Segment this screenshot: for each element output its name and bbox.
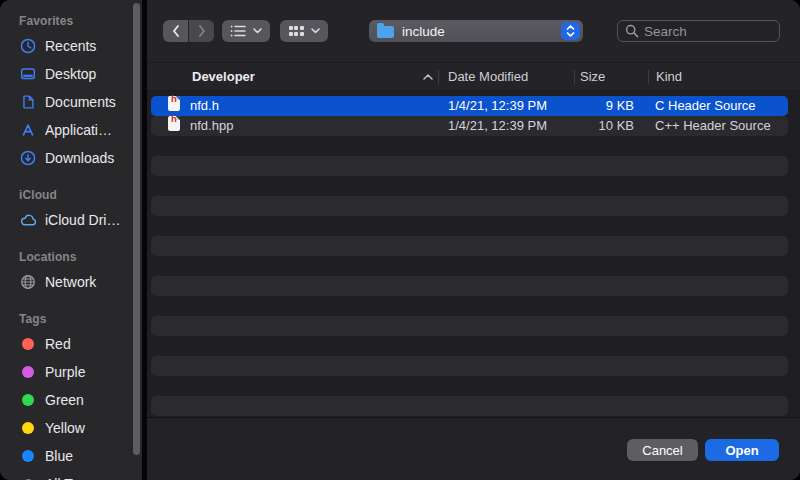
file-row-nfd-hpp[interactable]: h nfd.hpp 1/4/21, 12:39 PM 10 KB C++ Hea… (151, 116, 788, 136)
file-kind: C++ Header Source (655, 116, 771, 136)
empty-row (151, 296, 788, 316)
back-button[interactable] (163, 20, 188, 42)
sidebar-item-tag-blue[interactable]: Blue (0, 442, 142, 470)
desktop-icon (18, 64, 38, 84)
empty-row (151, 156, 788, 176)
tag-dot-icon (18, 362, 38, 382)
table-header: Developer Date Modified Size Kind (147, 62, 800, 91)
globe-icon (18, 272, 38, 292)
column-separator (574, 70, 575, 84)
sidebar-item-tag-green[interactable]: Green (0, 386, 142, 414)
empty-row (151, 336, 788, 356)
sidebar-section-icloud: iCloud (0, 188, 142, 206)
empty-row (151, 356, 788, 376)
tag-dot-icon (18, 390, 38, 410)
sidebar-item-label: Desktop (45, 66, 96, 82)
download-circle-icon (18, 148, 38, 168)
sidebar-item-applications[interactable]: Applicati… (0, 116, 142, 144)
document-icon (18, 92, 38, 112)
sidebar-item-label: Purple (45, 364, 85, 380)
sidebar-item-label: Blue (45, 448, 73, 464)
sidebar-item-documents[interactable]: Documents (0, 88, 142, 116)
folder-icon (377, 26, 394, 38)
empty-row (151, 256, 788, 276)
column-header-kind[interactable]: Kind (656, 63, 682, 90)
sidebar-scrollbar[interactable] (133, 3, 140, 455)
file-size: 10 KB (541, 116, 634, 136)
file-list: h nfd.h 1/4/21, 12:39 PM 9 KB C Header S… (147, 91, 800, 417)
sidebar: Favorites Recents Desktop Documents (0, 0, 142, 480)
stepper-chevrons-icon (561, 22, 580, 40)
chevron-left-icon (172, 25, 180, 37)
file-date-modified: 1/4/21, 12:39 PM (448, 96, 547, 116)
empty-row (151, 176, 788, 196)
list-view-button[interactable] (222, 20, 270, 42)
sidebar-item-icloud-drive[interactable]: iCloud Dri… (0, 206, 142, 234)
sidebar-item-recents[interactable]: Recents (0, 32, 142, 60)
sidebar-item-network[interactable]: Network (0, 268, 142, 296)
search-icon (625, 24, 639, 38)
search-field (617, 20, 780, 42)
appstore-icon (18, 120, 38, 140)
empty-row (151, 236, 788, 256)
file-name: nfd.hpp (190, 116, 233, 136)
empty-row (151, 396, 788, 416)
file-kind: C Header Source (655, 96, 755, 116)
empty-row (151, 276, 788, 296)
dialog-footer: Cancel Open (147, 417, 800, 480)
cancel-button[interactable]: Cancel (627, 439, 698, 461)
sidebar-item-label: Recents (45, 38, 96, 54)
empty-row (151, 376, 788, 396)
file-name: nfd.h (190, 96, 219, 116)
open-button[interactable]: Open (705, 439, 779, 461)
header-file-icon: h (168, 116, 180, 131)
tag-dot-icon (18, 418, 38, 438)
folder-select[interactable]: include (369, 20, 583, 42)
file-size: 9 KB (541, 96, 634, 116)
tag-dot-icon (18, 474, 38, 480)
sidebar-item-desktop[interactable]: Desktop (0, 60, 142, 88)
chevron-down-icon (253, 28, 262, 34)
sidebar-item-tag-yellow[interactable]: Yellow (0, 414, 142, 442)
sidebar-section-tags: Tags (0, 312, 142, 330)
column-separator (648, 70, 649, 84)
grid-view-icon (289, 26, 304, 36)
sidebar-item-label: Network (45, 274, 96, 290)
open-file-dialog: Favorites Recents Desktop Documents (0, 0, 800, 480)
toolbar: include (147, 0, 800, 62)
grid-view-button[interactable] (280, 20, 328, 42)
empty-row (151, 196, 788, 216)
empty-row (151, 316, 788, 336)
file-row-nfd-h[interactable]: h nfd.h 1/4/21, 12:39 PM 9 KB C Header S… (151, 96, 788, 116)
folder-select-value: include (402, 24, 561, 39)
sidebar-item-label: Documents (45, 94, 116, 110)
sort-ascending-icon (423, 74, 433, 80)
main-panel: include Developer Date Modified Size Kin… (147, 0, 800, 480)
forward-button[interactable] (189, 20, 214, 42)
list-view-icon (230, 24, 246, 38)
sidebar-item-label: Applicati… (45, 122, 112, 138)
sidebar-item-all-tags[interactable]: All Tags (0, 470, 142, 480)
column-separator (438, 70, 439, 84)
sidebar-item-tag-purple[interactable]: Purple (0, 358, 142, 386)
search-input[interactable] (644, 24, 800, 39)
tag-dot-icon (18, 334, 38, 354)
empty-row (151, 136, 788, 156)
chevron-down-icon (311, 28, 320, 34)
column-header-date-modified[interactable]: Date Modified (448, 63, 528, 90)
column-header-size[interactable]: Size (580, 63, 605, 90)
file-list-empty-rows (147, 136, 800, 416)
cloud-icon (18, 210, 38, 230)
sidebar-item-tag-red[interactable]: Red (0, 330, 142, 358)
sidebar-item-label: Downloads (45, 150, 114, 166)
sidebar-item-downloads[interactable]: Downloads (0, 144, 142, 172)
tag-dot-icon (18, 446, 38, 466)
column-header-name[interactable]: Developer (192, 63, 255, 90)
empty-row (151, 216, 788, 236)
sidebar-section-locations: Locations (0, 250, 142, 268)
sidebar-item-label: Red (45, 336, 71, 352)
sidebar-section-favorites: Favorites (0, 14, 142, 32)
sidebar-item-label: Green (45, 392, 84, 408)
sidebar-item-label: iCloud Dri… (45, 212, 120, 228)
file-date-modified: 1/4/21, 12:39 PM (448, 116, 547, 136)
